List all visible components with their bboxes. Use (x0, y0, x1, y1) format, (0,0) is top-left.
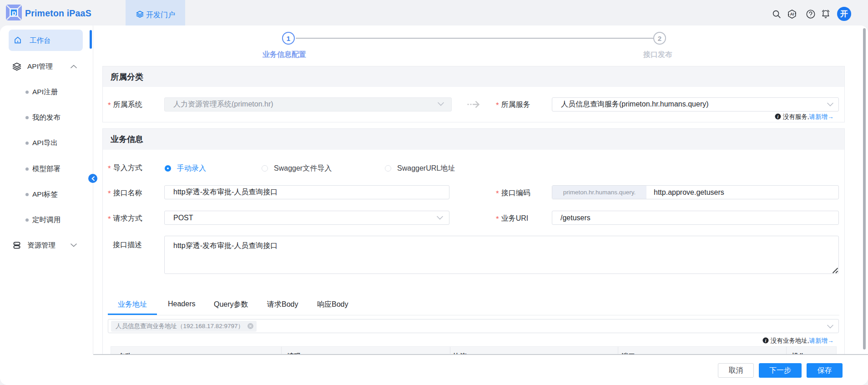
svg-text:AI: AI (790, 12, 794, 16)
svg-text:p: p (12, 9, 16, 17)
svg-text:i: i (777, 114, 779, 119)
svg-text:i: i (765, 338, 767, 343)
